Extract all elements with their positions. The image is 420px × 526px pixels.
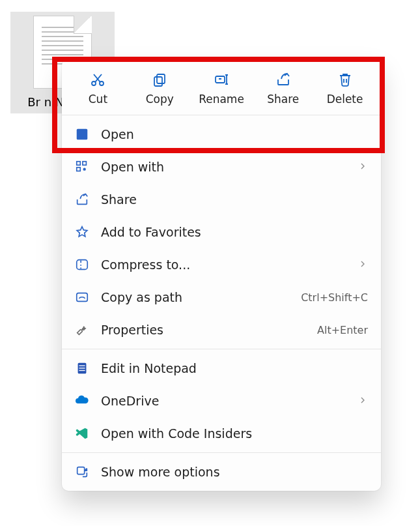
share-icon [274,70,292,89]
delete-icon [336,70,354,89]
cut-label: Cut [89,93,107,106]
share-menu-label: Share [101,192,368,207]
edit-notepad-label: Edit in Notepad [101,361,368,375]
svg-rect-3 [154,77,162,86]
delete-button[interactable]: Delete [320,68,371,108]
copy-path-icon [74,289,91,306]
menu-item-open-with[interactable]: Open with [62,151,381,183]
star-icon [74,224,91,241]
open-with-icon [74,158,91,175]
menu-group-2: Edit in Notepad OneDrive Open with Code … [62,349,381,452]
copy-path-shortcut: Ctrl+Shift+C [301,291,368,304]
svg-rect-13 [79,368,85,368]
context-menu: Cut Copy Rename [62,59,381,491]
menu-item-compress[interactable]: Compress to... [62,248,381,281]
menu-item-properties[interactable]: Properties Alt+Enter [62,314,381,346]
share-label: Share [267,93,299,106]
open-label: Open [101,127,357,141]
chevron-right-icon [357,394,368,408]
rename-icon [212,70,231,89]
svg-rect-2 [157,74,165,83]
cut-icon [89,70,107,89]
svg-rect-12 [79,365,85,366]
properties-label: Properties [101,323,307,337]
menu-item-copy-path[interactable]: Copy as path Ctrl+Shift+C [62,281,381,314]
svg-rect-14 [79,370,85,371]
menu-item-add-favorites[interactable]: Add to Favorites [62,216,381,248]
svg-rect-5 [77,129,88,140]
menu-item-onedrive[interactable]: OneDrive [62,385,381,417]
menu-group-1: Open Open with Share [62,115,381,349]
menu-item-edit-notepad[interactable]: Edit in Notepad [62,352,381,385]
favorites-label: Add to Favorites [101,225,368,239]
share-menu-icon [74,191,91,208]
svg-rect-7 [77,168,81,171]
compress-label: Compress to... [101,257,347,272]
svg-rect-8 [83,162,87,166]
wrench-icon [74,321,91,338]
copy-label: Copy [146,93,174,106]
menu-item-share[interactable]: Share [62,183,381,216]
svg-rect-15 [77,467,85,475]
show-more-label: Show more options [101,465,368,479]
svg-point-9 [83,168,85,170]
compress-icon [74,256,91,273]
rename-label: Rename [199,93,244,106]
context-menu-toolbar: Cut Copy Rename [62,59,381,115]
menu-item-open[interactable]: Open [62,118,381,151]
menu-item-show-more[interactable]: Show more options [62,456,381,488]
cut-button[interactable]: Cut [72,68,123,108]
chevron-right-icon [357,160,368,174]
copy-path-label: Copy as path [101,290,290,304]
properties-shortcut: Alt+Enter [317,324,368,336]
onedrive-label: OneDrive [101,394,347,408]
svg-point-0 [92,81,96,85]
share-button[interactable]: Share [258,68,309,108]
code-insiders-label: Open with Code Insiders [101,426,368,441]
svg-rect-4 [216,76,225,83]
svg-rect-6 [77,162,81,166]
copy-icon [150,70,169,89]
delete-label: Delete [327,93,363,106]
chevron-right-icon [357,257,368,272]
rename-button[interactable]: Rename [196,68,247,108]
copy-button[interactable]: Copy [134,68,185,108]
onedrive-icon [74,392,91,409]
open-app-icon [74,126,91,143]
notepad-icon [74,360,91,377]
menu-group-3: Show more options [62,453,381,491]
svg-point-1 [100,81,104,85]
open-with-label: Open with [101,160,347,174]
show-more-icon [74,463,91,480]
menu-item-code-insiders[interactable]: Open with Code Insiders [62,417,381,450]
vscode-insiders-icon [74,425,91,442]
